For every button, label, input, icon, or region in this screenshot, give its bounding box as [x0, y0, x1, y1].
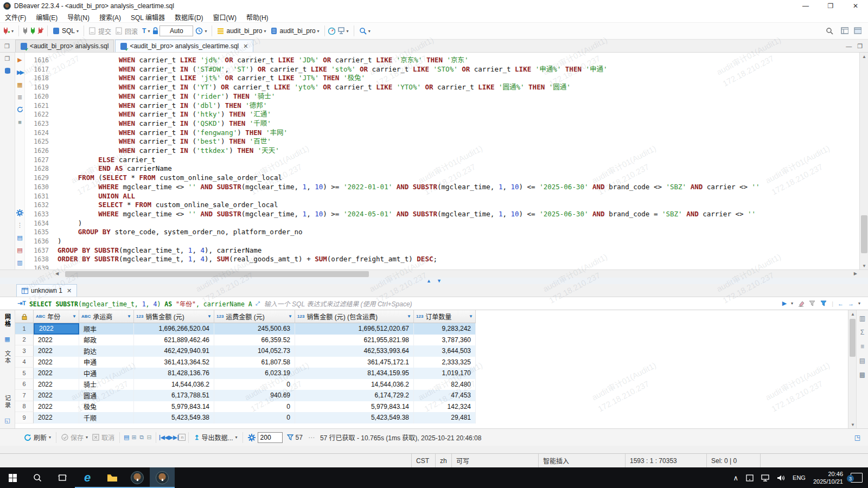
sash-down-icon[interactable]: ▼	[437, 278, 442, 284]
grid-cell-r8c1[interactable]: 2022	[34, 401, 79, 413]
row-number-6[interactable]: 6	[15, 379, 34, 390]
grid-cell-r1c4[interactable]: 245,500.63	[214, 323, 295, 335]
save-button[interactable]: 保存 ▾	[59, 432, 90, 443]
fetch-funnel-icon[interactable]	[287, 434, 294, 441]
editor-settings-gear-icon[interactable]	[16, 209, 24, 216]
column-header-0[interactable]: ABC年份▼	[34, 310, 79, 323]
scroll-up-icon[interactable]: ▲	[860, 53, 868, 60]
panel-sash[interactable]: ▲ ▼	[0, 278, 868, 284]
grid-cell-r7c6[interactable]: 47,453	[414, 390, 476, 401]
menu-item-2[interactable]: 导航(N)	[62, 11, 94, 23]
view-tab-text[interactable]: 文本	[3, 350, 12, 364]
grid-cell-r4c2[interactable]: 申通	[79, 357, 134, 368]
grid-vscroll-thumb[interactable]	[850, 319, 856, 357]
quick-search-icon[interactable]	[826, 27, 833, 35]
taskbar-search-button[interactable]	[25, 467, 50, 488]
sort-arrow-icon[interactable]: ▼	[72, 314, 76, 319]
grid-cell-r9c3[interactable]: 5,423,549.38	[134, 412, 214, 423]
execute-script-icon[interactable]: ▶▶	[16, 68, 24, 76]
grid-cell-r6c2[interactable]: 骑士	[79, 379, 134, 390]
row-number-7[interactable]: 7	[15, 390, 34, 401]
next-row-icon[interactable]: ▶	[169, 434, 173, 440]
rollback-button[interactable]: 回滚	[113, 25, 140, 37]
expand-filter-icon[interactable]: ⤢	[256, 300, 260, 307]
error-log-icon[interactable]: ▤	[16, 246, 24, 254]
row-number-4[interactable]: 4	[15, 357, 34, 368]
menu-item-6[interactable]: 窗口(W)	[208, 11, 241, 23]
grid-cell-r6c1[interactable]: 2022	[34, 379, 79, 390]
execute-statement-icon[interactable]: ▶	[16, 56, 24, 63]
lock-icon[interactable]	[152, 27, 159, 35]
grid-cell-r1c6[interactable]: 9,283,242	[414, 323, 476, 335]
plug-reconnect-icon[interactable]	[29, 27, 37, 35]
record-mode-icon[interactable]: ◱	[4, 416, 11, 424]
history-forward-icon[interactable]: →	[848, 300, 854, 307]
menu-item-0[interactable]: 文件(F)	[0, 11, 31, 23]
apply-filter-icon[interactable]: ▶	[782, 300, 787, 307]
scroll-right-icon[interactable]: ▶	[854, 271, 857, 276]
row-number-8[interactable]: 8	[15, 401, 34, 413]
scroll-left-icon[interactable]: ◀	[55, 271, 59, 276]
grid-cell-r7c4[interactable]: 940.69	[214, 390, 295, 401]
plug-disconnect-icon[interactable]	[37, 27, 44, 35]
grid-cell-r7c2[interactable]: 圆通	[79, 390, 134, 401]
grid-cell-r8c2[interactable]: 极兔	[79, 401, 134, 413]
add-row-icon[interactable]: ⊞	[130, 434, 138, 441]
grid-cell-r9c4[interactable]: 0	[214, 412, 295, 423]
grid-cell-r5c1[interactable]: 2022	[34, 368, 79, 379]
code-line-1621[interactable]: WHEN carrier_t IN ('dbl') THEN '德邦'	[58, 101, 859, 111]
code-line-1623[interactable]: WHEN carrier_t IN ('QSKD') THEN '千顺'	[58, 119, 859, 129]
tab-analysis-cleartime-sql[interactable]: <audit_bi_pro> analysis_cleartime.sql ✕	[115, 40, 253, 52]
column-header-4[interactable]: 123销售金额 (元) (包含运费)▼	[295, 310, 414, 323]
column-header-3[interactable]: 123运费金额 (元)▼	[214, 310, 295, 323]
grid-view-icon[interactable]: ▦	[4, 335, 11, 343]
code-line-1627[interactable]: ELSE carrier_t	[58, 156, 859, 165]
grid-cell-r6c4[interactable]: 0	[214, 379, 295, 390]
fetch-size-input[interactable]	[258, 432, 283, 443]
code-line-1635[interactable]: GROUP BY store_code, system_order_no, pl…	[58, 228, 859, 237]
close-button[interactable]: ✕	[843, 0, 868, 12]
sort-arrow-icon[interactable]: ▼	[288, 314, 292, 319]
eraser-icon[interactable]	[797, 300, 805, 307]
calc-panel-icon[interactable]: ▩	[859, 371, 865, 378]
minimize-editor-icon[interactable]: —	[846, 43, 852, 50]
sql-editor-button[interactable]: SQL ▾	[50, 25, 81, 36]
taskbar-dbeaver2-button[interactable]	[150, 467, 175, 488]
restore-panel-icon[interactable]: ❐	[4, 55, 11, 62]
grid-cell-r1c3[interactable]: 1,696,266,520.04	[134, 323, 214, 335]
editor-vscrollbar[interactable]: ▲ ▼	[859, 53, 868, 269]
grid-cell-r9c1[interactable]: 2022	[34, 412, 79, 423]
task-view-button[interactable]	[50, 467, 75, 488]
grid-cell-r4c6[interactable]: 2,333,325	[414, 357, 476, 368]
grid-cell-r9c5[interactable]: 5,423,549.38	[295, 412, 414, 423]
code-line-1639[interactable]	[58, 264, 859, 269]
history-back-icon[interactable]: ←	[838, 300, 844, 307]
action-center-icon[interactable]: 3	[851, 473, 863, 483]
grid-cell-r8c4[interactable]: 0	[214, 401, 295, 413]
code-line-1626[interactable]: WHEN carrier_t IN ('ttkdex') THEN '天天'	[58, 146, 859, 156]
cancel-button[interactable]: 取消	[90, 432, 117, 443]
restore-view-icon[interactable]: ❐	[3, 42, 11, 50]
editor-hscroll-thumb[interactable]	[65, 271, 369, 277]
grid-cell-r3c1[interactable]: 2022	[34, 345, 79, 357]
sort-arrow-icon[interactable]: ▼	[127, 314, 131, 319]
delete-row-icon[interactable]: ⊟	[145, 434, 153, 441]
row-number-5[interactable]: 5	[15, 368, 34, 379]
code-line-1631[interactable]: UNION ALL	[58, 192, 859, 201]
grid-cell-r2c2[interactable]: 邮政	[79, 335, 134, 346]
tab-analysis-sql[interactable]: <audit_bi_pro> analysis.sql	[15, 40, 114, 52]
first-row-icon[interactable]: |◀	[159, 434, 165, 440]
grid-cell-r4c1[interactable]: 2022	[34, 357, 79, 368]
view-tab-record[interactable]: 记录	[3, 395, 12, 409]
result-filter-bar[interactable]: ⇥T SELECT SUBSTR(mgclear_time_t, 1, 4) A…	[0, 297, 868, 310]
grid-cell-r2c5[interactable]: 621,955,821.98	[295, 335, 414, 346]
grid-cell-r7c5[interactable]: 6,174,729.2	[295, 390, 414, 401]
result-grid[interactable]: ABC年份▼ABC承运商▼123销售金额 (元)▼123运费金额 (元)▼123…	[15, 310, 848, 428]
taskbar-ie-button[interactable]: e	[75, 467, 100, 488]
start-button[interactable]	[0, 467, 25, 488]
grid-cell-r2c1[interactable]: 2022	[34, 335, 79, 346]
code-line-1630[interactable]: WHERE mgclear_time <> '' AND SUBSTR(mgcl…	[58, 183, 859, 192]
statistics-icon[interactable]: ≣	[16, 93, 24, 101]
volume-icon[interactable]	[777, 474, 785, 481]
more-options-icon[interactable]: ⋮	[16, 221, 24, 229]
